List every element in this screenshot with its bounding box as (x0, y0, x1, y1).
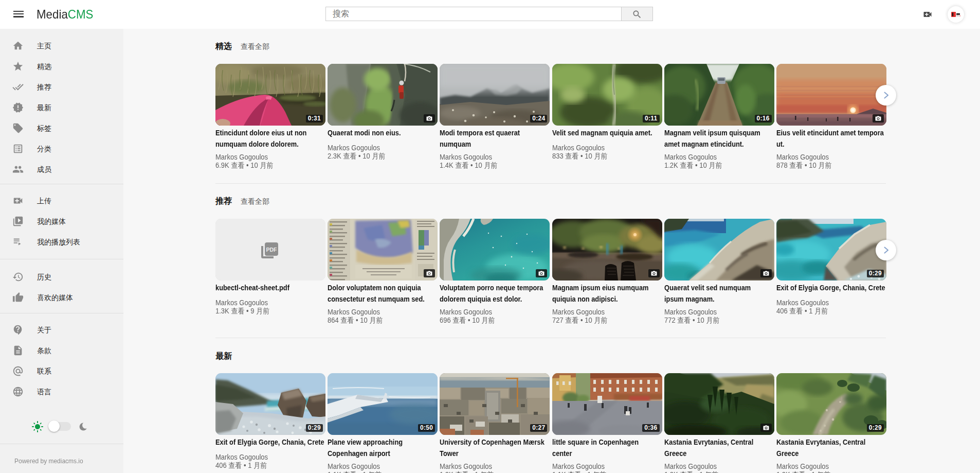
svg-text:PDF: PDF (266, 247, 278, 253)
